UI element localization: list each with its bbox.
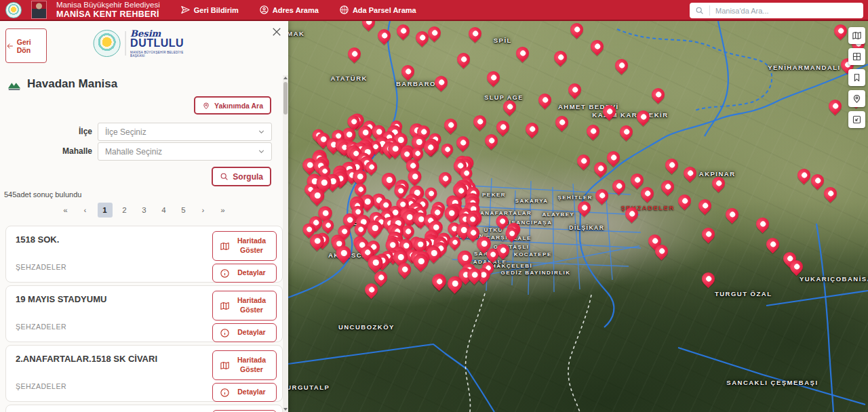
layers-button[interactable] (848, 48, 865, 65)
map-pin[interactable] (466, 24, 484, 43)
map-pin[interactable] (681, 164, 699, 182)
show-on-map-button[interactable]: Haritada Göster (212, 350, 277, 380)
map-pin[interactable] (634, 108, 652, 126)
map-pin[interactable] (753, 215, 772, 233)
map-pin[interactable] (638, 184, 656, 203)
chevron-down-icon (257, 127, 266, 136)
nav-parcel-grid-button[interactable]: Ada Parsel Arama (339, 5, 416, 15)
district-select[interactable]: İlçe Seçiniz (98, 123, 272, 141)
map-pin[interactable] (471, 112, 489, 131)
map-pin[interactable] (696, 197, 714, 215)
result-card: Haritada GösterDetaylar (5, 405, 283, 412)
search-input[interactable] (710, 7, 863, 15)
map-pin[interactable] (821, 184, 840, 203)
map-pin[interactable] (575, 199, 593, 217)
back-button[interactable]: Geri Dön (5, 28, 47, 63)
page-nav-symbol[interactable]: » (216, 203, 231, 218)
fullscreen-button[interactable] (848, 111, 865, 128)
page-2[interactable]: 2 (117, 203, 132, 218)
person-circle-icon (259, 5, 269, 15)
details-button[interactable]: Detaylar (212, 264, 277, 283)
map-pin[interactable] (764, 235, 782, 253)
map-pin[interactable] (604, 148, 623, 167)
map-icon (220, 241, 230, 251)
map-pin[interactable] (699, 270, 717, 288)
mayor-crest-icon (93, 30, 120, 57)
map-pin[interactable] (699, 225, 717, 243)
mayor-logo: Besim DUTLULU MANİSA BÜYÜKŞEHİR BELEDİYE… (93, 29, 191, 58)
map-pin[interactable] (399, 62, 417, 81)
map-pin[interactable] (808, 171, 827, 190)
map-pin[interactable] (628, 171, 646, 189)
map-pin[interactable] (482, 131, 500, 150)
details-label: Detaylar (234, 388, 269, 397)
map-pin[interactable] (375, 26, 393, 45)
map-pin[interactable] (610, 177, 628, 195)
bookmark-button[interactable] (848, 69, 865, 86)
map-pin[interactable] (454, 133, 472, 152)
map-pin[interactable] (566, 81, 584, 99)
details-button[interactable]: Detaylar (212, 383, 277, 402)
show-on-map-button[interactable]: Haritada Göster (212, 231, 277, 261)
page-4[interactable]: 4 (157, 203, 172, 218)
scrollbar-thumb[interactable] (283, 82, 288, 115)
query-button[interactable]: Sorgula (212, 167, 271, 186)
map-pin[interactable] (436, 169, 454, 188)
locate-button[interactable] (848, 90, 865, 107)
details-button[interactable]: Detaylar (212, 323, 277, 342)
near-me-button[interactable]: Yakınımda Ara (194, 96, 271, 115)
map-pin[interactable] (612, 56, 631, 75)
map-pin[interactable] (584, 122, 602, 140)
map-pin[interactable] (568, 21, 586, 39)
map-pin[interactable] (658, 178, 677, 197)
map-pin[interactable] (439, 141, 456, 158)
map-pin[interactable] (484, 68, 502, 87)
map-pin[interactable] (663, 156, 681, 174)
map-pin[interactable] (454, 50, 473, 68)
neighborhood-select[interactable]: Mahalle Seçiniz (98, 142, 272, 161)
map-pin[interactable] (574, 152, 593, 170)
map-pin[interactable] (723, 205, 741, 224)
page-5[interactable]: 5 (176, 203, 191, 218)
map-pin[interactable] (394, 22, 412, 40)
send-icon (180, 5, 191, 15)
map-pin[interactable] (826, 97, 844, 115)
show-on-map-button[interactable]: Haritada Göster (212, 291, 277, 321)
map-pin[interactable] (623, 205, 641, 223)
panel-scrollbar[interactable] (283, 75, 288, 412)
map-pin[interactable] (551, 48, 570, 66)
map-pin[interactable] (709, 174, 728, 192)
map-pin[interactable] (513, 44, 532, 62)
map-pin[interactable] (523, 120, 541, 138)
mayor-subtitle: MANİSA BÜYÜKŞEHİR BELEDİYE BAŞKANI (130, 51, 191, 58)
map-pin[interactable] (494, 118, 512, 136)
map-pin[interactable] (430, 272, 448, 291)
app-root: Manisa Büyükşehir Belediyesi MANİSA KENT… (0, 0, 868, 412)
map-pin[interactable] (441, 116, 460, 134)
page-nav-symbol[interactable]: ‹ (78, 203, 93, 218)
map-pin[interactable] (432, 73, 450, 91)
map-pin[interactable] (593, 186, 611, 205)
page-3[interactable]: 3 (137, 203, 152, 218)
map-pin[interactable] (500, 98, 519, 116)
map-pin[interactable] (345, 45, 363, 63)
page-nav-symbol[interactable]: « (58, 203, 73, 218)
map-pin[interactable] (359, 21, 378, 31)
map-pin[interactable] (536, 91, 554, 109)
map-search-box[interactable] (690, 3, 863, 18)
map-pin[interactable] (591, 159, 610, 178)
map-canvas[interactable]: IRMAKATATÜRKSPİLBARBAROSSLUP AGEAHMET BE… (288, 21, 868, 412)
map-pin[interactable] (649, 85, 667, 104)
page-1[interactable]: 1 (98, 203, 113, 218)
map-pin[interactable] (600, 102, 618, 121)
basemap-button[interactable] (848, 27, 865, 44)
map-pin[interactable] (588, 37, 606, 56)
map-pin[interactable] (553, 113, 571, 131)
page-nav-symbol[interactable]: › (196, 203, 211, 218)
map-pin[interactable] (831, 22, 850, 40)
nav-send-button[interactable]: Geri Bildirim (180, 5, 239, 15)
map-pin[interactable] (675, 192, 694, 210)
close-panel-icon[interactable] (271, 26, 283, 38)
nav-person-circle-button[interactable]: Adres Arama (259, 5, 319, 15)
map-pin[interactable] (617, 123, 635, 141)
